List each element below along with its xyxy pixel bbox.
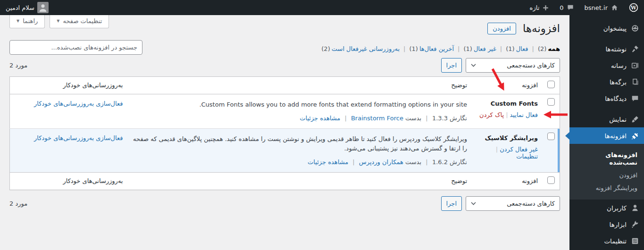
sidebar-item-label: دیدگاه‌ها [605,95,627,102]
main-content: تنظیمات صفحه ▼ راهنما ▼ افزونه‌ها افزودن… [0,15,569,250]
table-footer-row: افزونه توضیح به‌روزرسانی‌های خودکار [10,173,560,190]
add-plugin-button[interactable]: افزودن [487,23,516,34]
site-link[interactable]: bsnet.ir [585,4,619,12]
deactivate-link[interactable]: غیر فعال کردن [500,146,538,153]
sidebar-item-media[interactable]: رسانه [569,57,644,74]
bulk-actions-top: کارهای دسته‌جمعی اجرا [441,58,560,73]
description-cell: ویرایشگر کلاسیک وردپرس را فعال کنید تا ظ… [128,129,472,173]
plugin-cell: ویرایشگر کلاسیک غیر فعال کردن|تنظیمات [472,129,543,173]
comment-bubble-icon [567,4,574,11]
plugin-cell: Custom Fonts فعال نمایید|پاک کردن [472,94,543,129]
filter-inactive[interactable]: غیر فعال [474,45,496,52]
table-row-classic-editor: ویرایشگر کلاسیک غیر فعال کردن|تنظیمات وی… [10,129,560,173]
new-label: تازه [530,4,540,11]
view-details-link[interactable]: مشاهده جزئیات [308,158,348,166]
sidebar-item-label: برگه‌ها [610,78,627,86]
plugin-icon [631,132,639,140]
page-title: افزونه‌ها [523,22,560,35]
plugin-name: ویرایشگر کلاسیک [477,134,538,142]
dashboard-icon [631,24,639,33]
select-all-checkbox[interactable] [547,176,555,184]
screen-options-button[interactable]: تنظیمات صفحه ▼ [50,15,109,28]
settings-link[interactable]: تنظیمات [516,153,538,160]
filter-count: (2) [321,45,330,52]
filter-separator: | [532,45,534,52]
submenu-add-new[interactable]: افزودن [569,169,644,182]
apply-button[interactable]: اجرا [441,58,462,73]
filter-count: (1) [463,45,472,52]
sidebar-item-plugins[interactable]: افزونه‌ها [569,127,644,144]
table-row-custom-fonts: Custom Fonts فعال نمایید|پاک کردن Custom… [10,94,560,129]
table-header-row: افزونه توضیح به‌روزرسانی‌های خودکار [10,77,560,94]
bulk-actions-bottom: کارهای دسته‌جمعی اجرا [441,196,560,211]
bulk-actions-selected: کارهای دسته‌جمعی [507,200,555,207]
activate-link[interactable]: فعال نمایید [510,111,538,118]
row-checkbox[interactable] [547,98,555,106]
filter-active[interactable]: فعال [516,45,528,52]
select-all-checkbox[interactable] [547,81,555,88]
sidebar-item-posts[interactable]: نوشته‌ها [569,41,644,57]
sidebar-item-settings[interactable]: تنظیمات [569,233,644,249]
admin-bar-right-group: W bsnet.ir 0 تازه [530,0,638,15]
admin-sidebar: پیشخوان نوشته‌ها رسانه برگه‌ها دیدگاه‌ها… [569,15,644,250]
submenu-installed-plugins[interactable]: افزونه‌های نصب‌شده [569,149,644,169]
screen-meta-links: تنظیمات صفحه ▼ راهنما ▼ [9,15,109,28]
column-footer-auto-updates: به‌روزرسانی‌های خودکار [10,173,128,190]
description-cell: Custom Fonts allows you to add more font… [128,94,472,129]
meta-separator: | [352,158,354,166]
column-header-plugin[interactable]: افزونه [472,77,543,94]
sidebar-item-comments[interactable]: دیدگاه‌ها [569,90,644,107]
row-checkbox[interactable] [547,133,555,140]
new-content-menu[interactable]: تازه [530,4,550,11]
plugin-author-link[interactable]: Brainstorm Force [351,115,403,122]
help-button[interactable]: راهنما ▼ [9,15,45,28]
filter-count: (2) [538,45,546,52]
pages-icon [631,78,639,86]
chevron-down-icon [471,202,476,205]
plus-icon [542,4,549,11]
column-footer-plugin[interactable]: افزونه [472,173,543,190]
caret-down-icon: ▼ [57,19,59,23]
auto-updates-cell: فعال‌سازی به‌روزرسانی‌های خودکار [10,129,128,173]
site-name: bsnet.ir [585,4,608,11]
help-label: راهنما [23,17,38,25]
submenu-plugin-editor[interactable]: ویرایشگر افزونه [569,182,644,195]
meta-separator: | [426,158,427,166]
enable-auto-updates-link[interactable]: فعال‌سازی به‌روزرسانی‌های خودکار [34,100,123,107]
plugins-table: افزونه توضیح به‌روزرسانی‌های خودکار Cust… [9,76,560,190]
enable-auto-updates-link[interactable]: فعال‌سازی به‌روزرسانی‌های خودکار [34,134,123,142]
sidebar-item-label: پیشخوان [603,25,627,32]
bulk-actions-select[interactable]: کارهای دسته‌جمعی [466,58,560,73]
sidebar-item-label: نمایش [609,116,627,123]
wordpress-logo-icon: W [629,3,638,12]
avatar [37,2,49,13]
sidebar-item-appearance[interactable]: نمایش [569,111,644,127]
sidebar-item-dashboard[interactable]: پیشخوان [569,20,644,36]
filter-auto-updates-disabled[interactable]: به‌روزرسانی غیرفعال است [332,45,400,52]
brush-icon [631,115,639,124]
account-menu[interactable]: سلام ادمین [6,2,49,13]
admin-bar-account-group: سلام ادمین [6,0,49,15]
sidebar-item-pages[interactable]: برگه‌ها [569,74,644,90]
wordpress-logo-menu[interactable]: W [629,3,638,12]
search-plugins-input[interactable] [9,40,142,55]
sidebar-item-label: نوشته‌ها [605,45,627,53]
filter-count: (1) [409,45,418,52]
by-label: بدست [405,158,421,166]
sidebar-item-tools[interactable]: ابزارها [569,216,644,233]
plugin-version: نگارش 1.3.3 [432,115,467,122]
plugin-status-filters: همه(2) | فعال(1) | غیر فعال(1) | آخرین ف… [321,45,560,52]
delete-link[interactable]: پاک کردن [479,111,504,118]
comments-indicator[interactable]: 0 [560,4,574,11]
apply-button[interactable]: اجرا [441,196,462,211]
plugins-submenu: افزونه‌های نصب‌شده افزودن ویرایشگر افزون… [569,144,644,200]
sidebar-item-users[interactable]: کاربران [569,200,644,216]
view-details-link[interactable]: مشاهده جزئیات [300,115,340,122]
bulk-actions-select[interactable]: کارهای دسته‌جمعی [466,196,560,211]
sliders-icon [631,237,639,245]
plugin-author-link[interactable]: همکاران وردپرس [359,158,403,166]
filter-all[interactable]: همه [548,45,560,52]
sidebar-item-label: تنظیمات [604,237,627,245]
admin-bar: W bsnet.ir 0 تازه [0,0,644,15]
filter-recently-active[interactable]: آخرین فعال‌ها [419,45,454,52]
